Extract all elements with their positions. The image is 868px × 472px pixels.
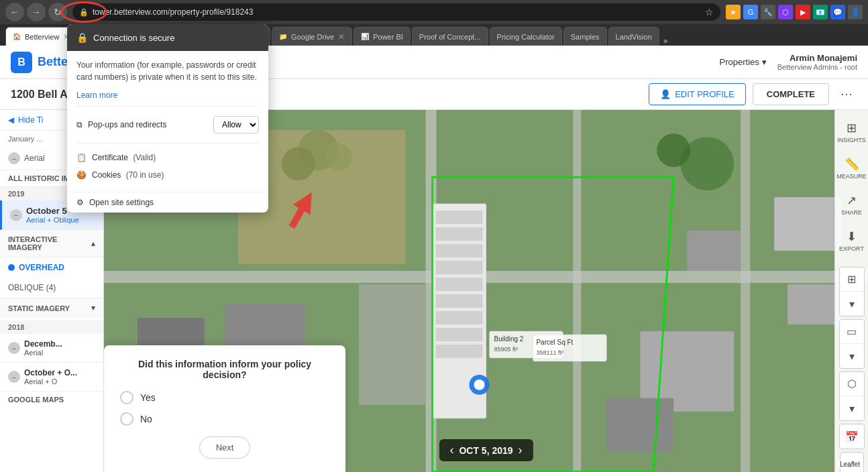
map-date-label: OCT 5, 2019 <box>459 445 512 456</box>
back-button[interactable]: ← <box>5 3 24 21</box>
minus-icon: – <box>8 152 20 164</box>
grid-view-button[interactable]: ⊞ <box>840 268 864 292</box>
year-2018-label: 2018 <box>0 320 103 334</box>
ext-icon-7[interactable]: 💬 <box>830 5 845 19</box>
layer-group-4: 📅 <box>839 424 865 449</box>
properties-chevron-icon: ▾ <box>762 57 767 67</box>
oblique-item[interactable]: OBLIQUE (4) <box>0 278 103 298</box>
tab-label-betterview: Betterview <box>25 33 59 41</box>
map-date-nav: ‹ OCT 5, 2019 › <box>439 439 533 461</box>
security-popup: 🔒 Connection is secure Your information … <box>67 24 268 213</box>
tab-pricing[interactable]: Pricing Calculator <box>490 27 562 46</box>
ext-icon-2[interactable]: G <box>743 5 758 19</box>
layer-group-2: ▭ ▾ <box>839 319 865 369</box>
prev-date-button[interactable]: ‹ <box>449 443 453 457</box>
popup-redirects-row: ⧉ Pop-ups and redirects Allow Block <box>76 112 259 137</box>
security-popup-header: 🔒 Connection is secure <box>67 24 268 51</box>
tab-label-proof: Proof of Concept... <box>419 33 481 41</box>
bookmark-icon[interactable]: ☆ <box>705 7 714 17</box>
overhead-item[interactable]: OVERHEAD <box>0 257 103 278</box>
more-options-button[interactable]: ⋯ <box>836 83 857 105</box>
sidebar-item-dec2018[interactable]: – Decemb... Aerial <box>0 334 103 363</box>
tab-favicon-powerbi: 📊 <box>361 33 369 41</box>
calendar-button[interactable]: 📅 <box>840 424 864 449</box>
nav-buttons: ← → ↻ <box>5 3 67 21</box>
security-description: Your information (for example, passwords… <box>76 59 259 83</box>
tab-proof[interactable]: Proof of Concept... <box>412 27 488 46</box>
minus-icon-3: – <box>8 342 20 354</box>
tab-landvision[interactable]: LandVision <box>608 27 659 46</box>
ext-icon-6[interactable]: 📧 <box>813 5 828 19</box>
square-view-button[interactable]: ▭ <box>840 320 864 344</box>
radio-no[interactable] <box>120 412 133 426</box>
tab-google-drive[interactable]: 📁 Google Drive ✕ <box>272 27 352 46</box>
insights-tool[interactable]: ⊞ INSIGHTS <box>834 117 868 148</box>
policy-option-yes[interactable]: Yes <box>120 391 329 404</box>
security-popup-body: Your information (for example, passwords… <box>67 51 268 192</box>
ext-icon-5[interactable]: ▶ <box>796 5 810 19</box>
tab-samples[interactable]: Samples <box>563 27 607 46</box>
tab-label-google: Google Drive <box>291 33 334 41</box>
svg-rect-29 <box>359 284 426 405</box>
site-settings-row[interactable]: ⚙ Open site settings <box>67 192 268 213</box>
measure-icon: 📏 <box>845 157 859 172</box>
polygon-button[interactable]: ⬡ <box>840 372 864 396</box>
oct2018-date: October + O... <box>24 368 77 377</box>
address-bar[interactable]: 🔒 tower.betterview.com/property-profile/… <box>72 3 720 21</box>
export-icon: ⬇ <box>847 229 857 244</box>
layer-group-3: ⬡ ▾ <box>839 371 865 421</box>
no-label: No <box>140 414 152 424</box>
export-tool[interactable]: ⬇ EXPORT <box>836 225 867 256</box>
svg-text:358111 ft²: 358111 ft² <box>536 349 563 356</box>
policy-option-no[interactable]: No <box>120 412 329 426</box>
ext-icon-3[interactable]: 🔧 <box>761 5 775 19</box>
logo-text: Bette <box>38 55 68 69</box>
chevron-down-btn-1[interactable]: ▾ <box>840 292 864 316</box>
svg-text:Building 2: Building 2 <box>494 335 523 343</box>
hide-label: Hide Ti <box>18 115 43 125</box>
interactive-imagery-section[interactable]: INTERACTIVE IMAGERY ▴ <box>0 230 103 257</box>
next-date-button[interactable]: › <box>519 443 523 457</box>
reload-button[interactable]: ↻ <box>48 3 67 21</box>
certificate-icon: 📋 <box>76 153 87 162</box>
properties-button[interactable]: Properties ▾ <box>720 57 767 67</box>
sidebar-item-oct2018[interactable]: – October + O... Aerial + O <box>0 363 103 392</box>
ext-icon-8[interactable]: 👤 <box>848 5 863 19</box>
ext-icon-1[interactable]: ★ <box>726 5 741 19</box>
ext-icon-4[interactable]: ⬡ <box>778 5 793 19</box>
edit-profile-button[interactable]: 👤 EDIT PROFILE <box>649 83 746 105</box>
policy-next-button[interactable]: Next <box>199 436 251 459</box>
share-tool[interactable]: ↗ SHARE <box>838 189 865 220</box>
insights-icon: ⊞ <box>847 121 857 135</box>
tab-label-samples: Samples <box>571 33 600 41</box>
open-site-settings[interactable]: ⚙ Open site settings <box>76 198 259 207</box>
popup-select[interactable]: Allow Block <box>213 116 259 133</box>
layer-controls: ⊞ ▾ ▭ ▾ ⬡ ▾ 📅 ⤢ + − <box>839 267 865 472</box>
tab-favicon-betterview: 🏠 <box>13 33 21 41</box>
measure-tool[interactable]: 📏 MEASURE <box>834 153 868 184</box>
svg-rect-22 <box>788 284 841 324</box>
share-label: SHARE <box>841 209 862 216</box>
more-tabs-button[interactable]: » <box>663 36 668 46</box>
radio-yes[interactable] <box>120 391 133 404</box>
learn-more-link[interactable]: Learn more <box>76 91 117 100</box>
static-imagery-section[interactable]: STATIC IMAGERY ▾ <box>0 298 103 318</box>
site-settings-icon: ⚙ <box>76 198 84 207</box>
overhead-label: OVERHEAD <box>19 263 64 272</box>
chevron-down-btn-3[interactable]: ▾ <box>840 396 864 420</box>
tab-label-landvision: LandVision <box>616 33 652 41</box>
chevron-down-btn-2[interactable]: ▾ <box>840 344 864 368</box>
tab-close-google[interactable]: ✕ <box>338 32 345 42</box>
svg-point-28 <box>657 133 690 167</box>
minus-icon-4: – <box>8 371 20 383</box>
app-logo: B Bette <box>11 52 68 73</box>
static-imagery-chevron-icon: ▾ <box>91 304 95 312</box>
dec2018-type: Aerial <box>24 349 62 357</box>
tab-power-bi[interactable]: 📊 Power BI <box>354 27 411 46</box>
share-icon: ↗ <box>847 193 857 208</box>
forward-button[interactable]: → <box>27 3 46 21</box>
site-settings-label: Open site settings <box>89 198 154 207</box>
complete-button[interactable]: COMPLETE <box>753 83 829 105</box>
minus-icon-2: – <box>10 209 22 221</box>
certificate-text: Certificate (Valid) <box>92 153 156 162</box>
